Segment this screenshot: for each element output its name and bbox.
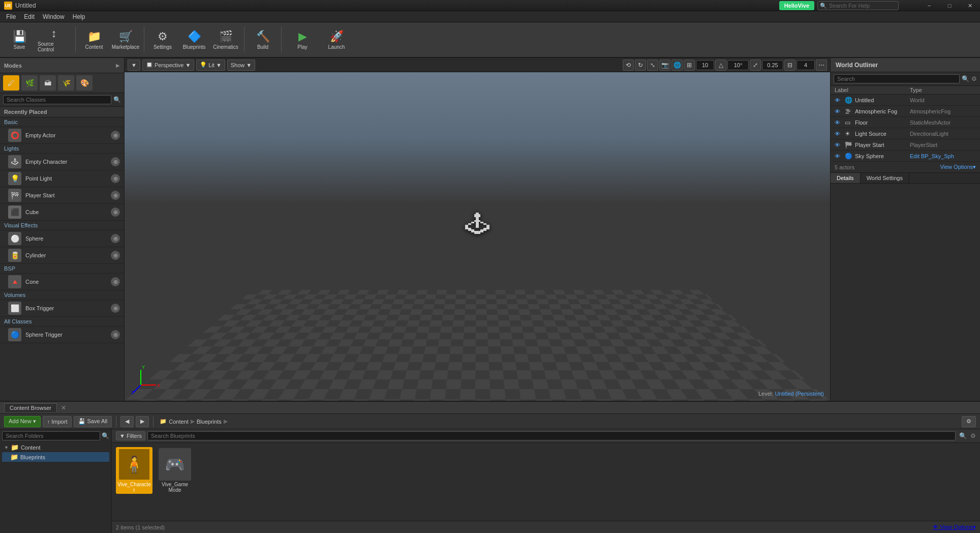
grid-size-input[interactable] bbox=[696, 60, 714, 70]
cylinder-add[interactable]: ⊕ bbox=[111, 251, 120, 260]
search-content-icon[interactable]: 🔍 bbox=[959, 432, 967, 439]
viewport-dropdown[interactable]: ▼ bbox=[128, 60, 140, 71]
forward-button[interactable]: ▶ bbox=[136, 416, 149, 427]
outliner-item-untitled[interactable]: 👁 🌐 Untitled World bbox=[831, 95, 980, 106]
empty-character-add[interactable]: ⊕ bbox=[111, 157, 120, 166]
content-browser-tab[interactable]: Content Browser bbox=[4, 403, 57, 412]
folder-content[interactable]: ▼ 📁 Content bbox=[2, 442, 109, 452]
folder-blueprints[interactable]: 📁 Blueprints bbox=[2, 452, 109, 462]
player-start-add[interactable]: ⊕ bbox=[111, 191, 120, 200]
category-volumes[interactable]: Volumes bbox=[0, 290, 124, 300]
category-all-classes[interactable]: All Classes bbox=[0, 317, 124, 327]
mode-geometry[interactable]: 🎨 bbox=[76, 75, 93, 91]
search-classes-icon[interactable]: 🔍 bbox=[113, 96, 121, 103]
vp-surface-snap[interactable]: ⊞ bbox=[684, 60, 695, 71]
import-button[interactable]: ↑ Import bbox=[43, 416, 72, 427]
mode-foliage[interactable]: 🌿 bbox=[21, 75, 38, 91]
angle-input[interactable] bbox=[727, 60, 749, 70]
close-button[interactable]: ✕ bbox=[960, 0, 980, 11]
category-basic[interactable]: Basic bbox=[0, 117, 124, 127]
level-link[interactable]: Untitled (Persistent) bbox=[775, 391, 824, 397]
outliner-item-light[interactable]: 👁 ☀ Light Source DirectionalLight bbox=[831, 128, 980, 139]
filters-button[interactable]: ▼ Filters bbox=[116, 431, 145, 440]
placement-cylinder[interactable]: 🥫 Cylinder ⊕ bbox=[0, 247, 124, 264]
placement-player-start[interactable]: 🏁 Player Start ⊕ bbox=[0, 187, 124, 204]
outliner-search-icon[interactable]: 🔍 bbox=[962, 75, 969, 82]
cube-add[interactable]: ⊕ bbox=[111, 208, 120, 217]
toolbar-marketplace[interactable]: 🛒 Marketplace bbox=[110, 24, 141, 55]
empty-actor-add[interactable]: ⊕ bbox=[111, 131, 120, 140]
grid-num-input[interactable] bbox=[797, 60, 815, 70]
category-lights[interactable]: Lights bbox=[0, 144, 124, 154]
toolbar-cinematics[interactable]: 🎬 Cinematics bbox=[210, 24, 241, 55]
sphere-trigger-add[interactable]: ⊕ bbox=[111, 330, 120, 339]
tab-world-settings[interactable]: World Settings bbox=[861, 173, 909, 183]
vp-options-btn[interactable]: ⋯ bbox=[816, 60, 827, 71]
outliner-settings-icon[interactable]: ⚙ bbox=[971, 75, 977, 82]
eye-icon-ps[interactable]: 👁 bbox=[835, 142, 843, 148]
toolbar-launch[interactable]: 🚀 Launch bbox=[321, 24, 352, 55]
toolbar-blueprints[interactable]: 🔷 Blueprints bbox=[179, 24, 209, 55]
vp-camera-btn[interactable]: 📷 bbox=[659, 60, 670, 71]
search-classes-input[interactable] bbox=[3, 95, 111, 104]
toolbar-build[interactable]: 🔨 Build bbox=[248, 24, 278, 55]
box-trigger-add[interactable]: ⊕ bbox=[111, 304, 120, 313]
placement-empty-actor[interactable]: ⭕ Empty Actor ⊕ bbox=[0, 127, 124, 144]
outliner-item-floor[interactable]: 👁 ▭ Floor StaticMeshActor bbox=[831, 117, 980, 128]
eye-icon-floor[interactable]: 👁 bbox=[835, 120, 843, 126]
view-options-link[interactable]: View Options▾ bbox=[940, 164, 976, 170]
toolbar-content[interactable]: 📁 Content bbox=[79, 24, 109, 55]
search-folders-input[interactable] bbox=[2, 431, 100, 440]
cone-add[interactable]: ⊕ bbox=[111, 277, 120, 286]
category-visual-effects[interactable]: Visual Effects bbox=[0, 221, 124, 230]
perspective-dropdown[interactable]: 🔲 Perspective ▼ bbox=[142, 60, 194, 71]
vp-transform-btn[interactable]: ⟲ bbox=[623, 60, 634, 71]
search-content-input[interactable] bbox=[147, 431, 956, 440]
placement-sphere[interactable]: ⚪ Sphere ⊕ bbox=[0, 230, 124, 247]
eye-icon-light[interactable]: 👁 bbox=[835, 131, 843, 137]
eye-icon-sky[interactable]: 👁 bbox=[835, 153, 843, 159]
eye-icon-fog[interactable]: 👁 bbox=[835, 108, 843, 114]
view-options-link[interactable]: 👁 View Options▾ bbox=[933, 524, 976, 530]
tab-details[interactable]: Details bbox=[831, 173, 861, 183]
mode-placement[interactable]: 🖊 bbox=[3, 75, 19, 91]
content-browser-close[interactable]: ✕ bbox=[61, 404, 66, 411]
placement-box-trigger[interactable]: ⬜ Box Trigger ⊕ bbox=[0, 300, 124, 317]
mode-mesh-paint[interactable]: 🌾 bbox=[58, 75, 74, 91]
placement-point-light[interactable]: 💡 Point Light ⊕ bbox=[0, 170, 124, 187]
menu-help[interactable]: Help bbox=[69, 12, 89, 21]
toolbar-source-control[interactable]: ↕ Source Control bbox=[36, 24, 72, 55]
add-new-button[interactable]: Add New ▾ bbox=[4, 416, 41, 427]
asset-vive-game-mode[interactable]: 🎮 Vive_Game Mode bbox=[157, 447, 193, 494]
outliner-item-skysphere[interactable]: 👁 🔵 Sky Sphere Edit BP_Sky_Sph bbox=[831, 151, 980, 162]
eye-icon[interactable]: 👁 bbox=[835, 97, 843, 103]
toolbar-play[interactable]: ▶ Play bbox=[285, 24, 320, 55]
placement-cone[interactable]: 🔺 Cone ⊕ bbox=[0, 274, 124, 290]
scale-input[interactable] bbox=[762, 60, 783, 70]
vp-rotate-btn[interactable]: ↻ bbox=[635, 60, 646, 71]
save-all-button[interactable]: 💾 Save All bbox=[74, 416, 112, 427]
search-help-input[interactable]: 🔍 Search For Help bbox=[817, 1, 899, 10]
back-button[interactable]: ◀ bbox=[120, 416, 134, 427]
category-bsp[interactable]: BSP bbox=[0, 264, 124, 274]
asset-vive-character[interactable]: 🧍 Vive_Character bbox=[116, 447, 152, 494]
outliner-item-playerstart[interactable]: 👁 🏁 Player Start PlayerStart bbox=[831, 139, 980, 151]
show-dropdown[interactable]: Show ▼ bbox=[227, 60, 255, 71]
cb-settings-btn[interactable]: ⚙ bbox=[962, 416, 976, 427]
maximize-button[interactable]: □ bbox=[939, 0, 960, 11]
outliner-item-fog[interactable]: 👁 🌫 Atmospheric Fog AtmosphericFog bbox=[831, 106, 980, 117]
mode-landscape[interactable]: 🏔 bbox=[40, 75, 56, 91]
outliner-search-input[interactable] bbox=[834, 74, 960, 83]
path-content[interactable]: Content bbox=[169, 419, 189, 425]
point-light-add[interactable]: ⊕ bbox=[111, 174, 120, 183]
vp-world-btn[interactable]: 🌐 bbox=[671, 60, 683, 71]
sky-type-link[interactable]: Edit BP_Sky_Sph bbox=[910, 153, 976, 159]
placement-cube[interactable]: ⬛ Cube ⊕ bbox=[0, 204, 124, 221]
toolbar-save[interactable]: 💾 Save bbox=[4, 24, 35, 55]
viewport-canvas[interactable]: 🕹 X Y Z Level: Untitled (Persistent) bbox=[125, 72, 830, 401]
search-settings-icon[interactable]: ⚙ bbox=[970, 432, 976, 439]
path-blueprints[interactable]: Blueprints bbox=[197, 419, 222, 425]
menu-file[interactable]: File bbox=[2, 12, 20, 21]
minimize-button[interactable]: − bbox=[919, 0, 939, 11]
hellovive-button[interactable]: HelloVive bbox=[779, 1, 814, 10]
